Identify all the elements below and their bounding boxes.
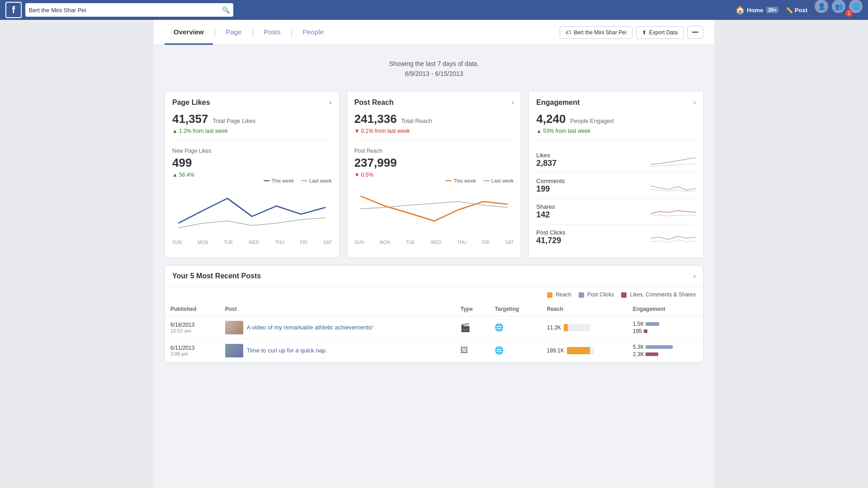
up-arrow-icon-2: ▲: [172, 172, 178, 178]
likes-comments-shares-legend-item: Likes, Comments & Shares: [621, 291, 696, 298]
post-2-reach-value: 189.1K: [547, 347, 564, 354]
page-likes-arrow[interactable]: ›: [329, 99, 331, 107]
post-1-reach-bar-bg: [564, 324, 591, 331]
tab-posts[interactable]: Posts: [255, 20, 290, 45]
pr-legend-this-week: This week: [445, 178, 476, 183]
tab-divider-3: |: [290, 28, 294, 37]
home-badge: 20+: [766, 7, 778, 13]
post-1-reach-cell: 11.2K: [547, 324, 622, 331]
date-banner-line1: Showing the last 7 days of data.: [171, 59, 697, 69]
posts-table-head: Published Post Type Targeting Reach Enga…: [165, 302, 703, 316]
post-reach-legend: This week Last week: [445, 178, 514, 183]
page-likes-card: Page Likes › 41,357 Total Page Likes ▲ 1…: [165, 91, 340, 258]
legend-last-week-label: Last week: [309, 178, 332, 183]
page-icon: 🏷: [566, 29, 571, 36]
page-likes-legend: This week Last week: [264, 178, 332, 183]
post-2-eng-value-2: 2.3K: [633, 351, 644, 357]
table-row: 6/18/2013 12:52 am A video of my remarka…: [165, 316, 703, 339]
engagement-total-value: 4,240: [536, 112, 566, 126]
post-reach-chart: [354, 178, 514, 237]
post-nav-item[interactable]: ✏️ Post: [786, 7, 807, 14]
lcs-swatch: [621, 292, 627, 298]
facebook-logo[interactable]: f: [5, 2, 22, 18]
post-reach-change: ▼ 0.1% from last week: [354, 128, 514, 134]
sub-navigation: Overview | Page | Posts | People 🏷 Bert …: [154, 20, 714, 45]
post-2-reach-cell: 189.1K: [547, 347, 622, 354]
page-likes-chart: [172, 178, 332, 237]
post-clicks-stat-value: 41,729: [536, 236, 565, 245]
post-reach-sub-label: Post Reach: [354, 147, 514, 154]
post-1-link[interactable]: A video of my remarkable athletic achiev…: [247, 324, 373, 331]
shares-stat-value: 142: [536, 210, 555, 220]
up-arrow-icon: ▲: [172, 128, 178, 134]
post-icon: ✏️: [786, 7, 793, 14]
page-selector-button[interactable]: 🏷 Bert the Mini Shar Pei: [560, 26, 632, 39]
post-reach-total-label: Total Reach: [401, 117, 432, 124]
sub-nav-right: 🏷 Bert the Mini Shar Pei ⬆ Export Data •…: [560, 26, 703, 39]
posts-table-header-row: Published Post Type Targeting Reach Enga…: [165, 302, 703, 316]
post-1-eng-row-1: 1.5K: [633, 321, 698, 327]
export-data-button[interactable]: ⬆ Export Data: [636, 26, 684, 39]
page-likes-header: Page Likes ›: [172, 99, 332, 107]
tab-overview[interactable]: Overview: [165, 20, 213, 45]
post-2-engagement: 5.3K 2.3K: [627, 339, 703, 362]
post-reach-header: Post Reach ›: [354, 99, 514, 107]
user-avatar[interactable]: 👤: [815, 0, 828, 13]
post-2-eng-bar-2: [646, 352, 658, 356]
post-1-content: A video of my remarkable athletic achiev…: [220, 316, 455, 339]
post-1-reach-bar: [564, 324, 568, 331]
post-clicks-stat-row: Post Clicks 41,729: [536, 225, 696, 250]
tab-page[interactable]: Page: [217, 20, 250, 45]
search-icon[interactable]: 🔍: [222, 6, 230, 14]
col-published: Published: [165, 302, 220, 316]
pr-legend-this-week-label: This week: [453, 178, 476, 183]
post-clicks-stat-left: Post Clicks 41,729: [536, 229, 565, 245]
page-likes-total-label: Total Page Likes: [212, 117, 255, 124]
post-2-link[interactable]: Time to curl up for a quick nap.: [247, 347, 327, 354]
image-icon: 🖼: [460, 346, 468, 355]
recent-posts-arrow[interactable]: ›: [693, 272, 696, 280]
new-page-likes-change: ▲ 58.4%: [172, 172, 332, 178]
post-reach-total-row: 241,336 Total Reach: [354, 112, 514, 126]
col-type: Type: [455, 302, 489, 316]
tab-divider-2: |: [250, 28, 255, 37]
new-page-likes-label: New Page Likes: [172, 147, 332, 154]
col-engagement: Engagement: [627, 302, 703, 316]
col-targeting: Targeting: [489, 302, 541, 316]
page-likes-change: ▲ 1.2% from last week: [172, 128, 332, 134]
engagement-arrow[interactable]: ›: [693, 99, 696, 107]
post-1-eng-row-2: 195: [633, 328, 698, 334]
globe-nav-wrapper: 🌐 1: [849, 0, 863, 20]
shares-sparkline: [651, 202, 696, 221]
page-likes-chart-container: This week Last week SUN: [172, 178, 332, 250]
post-reach-day-labels: SUN MON TUE WED THU FRI SAT: [354, 240, 514, 245]
post-2-time: 3:08 pm: [170, 351, 214, 357]
post-2-eng-bar: 5.3K 2.3K: [633, 344, 698, 357]
page-likes-total-value: 41,357: [172, 112, 208, 126]
likes-sparkline: [651, 151, 696, 169]
post-1-time: 12:52 am: [170, 328, 214, 333]
home-nav-item[interactable]: 🏠 Home 20+: [735, 5, 778, 15]
home-label: Home: [747, 7, 763, 14]
legend-this-week: This week: [264, 178, 294, 183]
post-2-reach-bar-bg: [567, 347, 594, 354]
post-2-date-value: 6/11/2013: [170, 345, 214, 351]
friends-avatar[interactable]: 👥: [832, 0, 845, 13]
post-reach-arrow[interactable]: ›: [511, 99, 514, 107]
search-input[interactable]: [29, 7, 222, 14]
col-post: Post: [220, 302, 455, 316]
more-options-button[interactable]: •••: [687, 26, 703, 39]
divider: [172, 141, 332, 141]
tab-people[interactable]: People: [293, 20, 333, 45]
col-reach: Reach: [542, 302, 627, 316]
notification-badge: 1: [845, 9, 853, 17]
likes-stat-name: Likes: [536, 152, 557, 159]
post-reach-chart-container: This week Last week SUN: [354, 178, 514, 250]
pr-legend-last-week-label: Last week: [491, 178, 514, 183]
post-2-cell: Time to curl up for a quick nap.: [225, 344, 450, 357]
engagement-total-row: 4,240 People Engaged: [536, 112, 696, 126]
comments-stat-row: Comments 199: [536, 173, 696, 199]
comments-stat-value: 199: [536, 184, 565, 194]
post-clicks-legend-item: Post Clicks: [579, 291, 614, 298]
pr-legend-last-week: Last week: [483, 178, 514, 183]
